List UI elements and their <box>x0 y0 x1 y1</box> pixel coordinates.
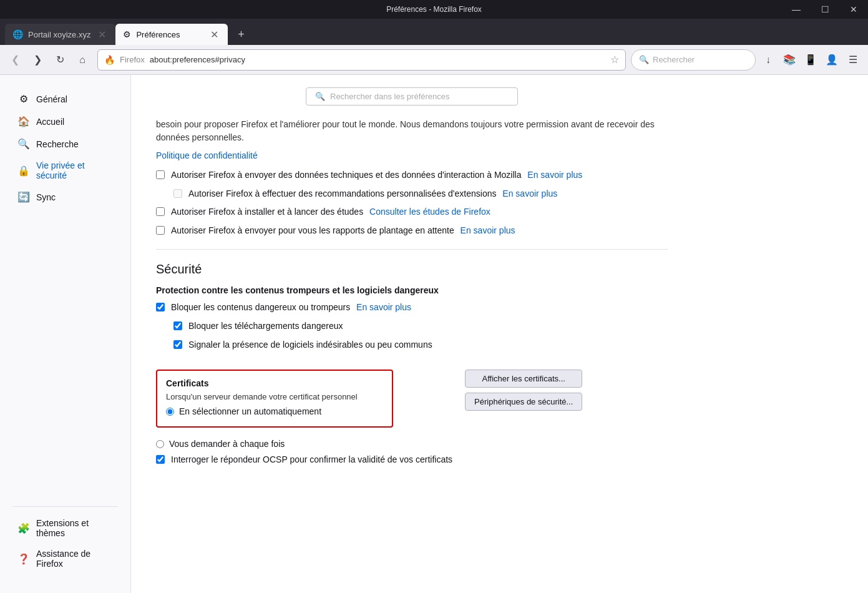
radio-auto-label: En sélectionner un automatiquement <box>179 406 321 416</box>
security-title: Sécurité <box>156 262 668 277</box>
sidebar-item-general[interactable]: ⚙ Général <box>5 88 125 110</box>
search-placeholder: Rechercher <box>653 55 695 64</box>
security-devices-button[interactable]: Périphériques de sécurité... <box>465 393 582 411</box>
minimize-button[interactable]: — <box>782 0 811 19</box>
radio-auto-select: En sélectionner un automatiquement <box>166 406 383 416</box>
checkbox-studies: Autoriser Firefox à installer et à lance… <box>156 206 668 218</box>
checkbox-crash-label: Autoriser Firefox à envoyer pour vous le… <box>171 225 515 237</box>
intro-text: besoin pour proposer Firefox et l'amélio… <box>156 118 668 144</box>
radio-ask-input[interactable] <box>156 440 164 448</box>
sidebar-divider <box>12 506 118 507</box>
bookmark-icon[interactable]: ☆ <box>610 54 619 66</box>
sidebar-item-accueil[interactable]: 🏠 Accueil <box>5 110 125 132</box>
checkbox-studies-label: Autoriser Firefox à installer et à lance… <box>171 206 490 218</box>
cert-with-buttons: Certificats Lorsqu'un serveur demande vo… <box>156 363 668 473</box>
forward-button[interactable]: ❯ <box>27 50 47 70</box>
checkbox-technical-input[interactable] <box>156 170 165 179</box>
address-url[interactable]: about:preferences#privacy <box>150 55 605 64</box>
checkbox-downloads-input[interactable] <box>173 321 182 330</box>
checkbox-recommendations-input[interactable] <box>173 189 182 198</box>
sidebar-label-vie-privee: Vie privée et sécurité <box>36 160 113 180</box>
sidebar-label-sync: Sync <box>36 192 56 202</box>
learn-link-studies[interactable]: Consulter les études de Firefox <box>369 207 490 217</box>
tab-active-label: Préférences <box>136 30 203 39</box>
certificates-box: Certificats Lorsqu'un serveur demande vo… <box>156 370 393 428</box>
page-content: ⚙ Général 🏠 Accueil 🔍 Recherche 🔒 Vie pr… <box>0 75 868 593</box>
sidebar-top: ⚙ Général 🏠 Accueil 🔍 Recherche 🔒 Vie pr… <box>0 87 130 500</box>
nav-right-buttons: ↓ 📚 📱 👤 ☰ <box>758 50 863 70</box>
checkbox-studies-input[interactable] <box>156 207 165 216</box>
checkbox-ocsp-label: Interroger le répondeur OCSP pour confir… <box>171 454 452 466</box>
window-controls: — ☐ ✕ <box>782 0 868 19</box>
show-certs-button[interactable]: Afficher les certificats... <box>465 370 582 388</box>
sidebar-bottom: 🧩 Extensions et thèmes ❓ Assistance de F… <box>0 500 130 581</box>
checkbox-ocsp-input[interactable] <box>156 455 165 464</box>
checkbox-recommendations: Autoriser Firefox à effectuer des recomm… <box>173 188 668 200</box>
nav-bar: ❮ ❯ ↻ ⌂ 🔥 Firefox about:preferences#priv… <box>0 45 868 75</box>
checkbox-unwanted-input[interactable] <box>173 340 182 349</box>
learn-link-dangerous[interactable]: En savoir plus <box>356 302 411 312</box>
gear-icon: ⚙ <box>17 93 30 105</box>
lock-icon: 🔒 <box>17 165 30 177</box>
cert-buttons: Afficher les certificats... Périphérique… <box>465 370 582 411</box>
synced-tabs-button[interactable]: 📱 <box>801 50 821 70</box>
extensions-icon: 🧩 <box>17 522 30 534</box>
address-prefix: Firefox <box>120 55 145 64</box>
home-icon: 🏠 <box>17 115 30 127</box>
window-title: Préférences - Mozilla Firefox <box>386 5 482 14</box>
main-content: 🔍 Rechercher dans les préférences besoin… <box>131 75 693 593</box>
checkbox-crash: Autoriser Firefox à envoyer pour vous le… <box>156 225 668 237</box>
home-button[interactable]: ⌂ <box>72 50 92 70</box>
title-bar: Préférences - Mozilla Firefox — ☐ ✕ <box>0 0 868 19</box>
search-nav-icon: 🔍 <box>17 138 30 150</box>
sidebar-wrapper: ⚙ Général 🏠 Accueil 🔍 Recherche 🔒 Vie pr… <box>0 87 130 581</box>
pref-search-icon: 🔍 <box>315 92 325 101</box>
checkbox-dangerous: Bloquer les contenus dangereux ou trompe… <box>156 301 668 314</box>
learn-link-recommendations[interactable]: En savoir plus <box>502 189 557 198</box>
search-bar[interactable]: 🔍 Rechercher <box>631 49 756 71</box>
help-icon: ❓ <box>17 553 30 565</box>
account-button[interactable]: 👤 <box>822 50 842 70</box>
tab-close-active[interactable]: ✕ <box>208 28 220 41</box>
checkbox-dangerous-label: Bloquer les contenus dangereux ou trompe… <box>171 301 411 314</box>
pref-search-bar: 🔍 Rechercher dans les préférences <box>156 87 668 105</box>
radio-auto-input[interactable] <box>166 408 174 416</box>
close-button[interactable]: ✕ <box>839 0 868 19</box>
sidebar-label-accueil: Accueil <box>36 117 64 127</box>
search-icon: 🔍 <box>639 55 649 64</box>
downloads-button[interactable]: ↓ <box>758 50 778 70</box>
maximize-button[interactable]: ☐ <box>811 0 839 19</box>
pref-search-placeholder: Rechercher dans les préférences <box>330 92 450 101</box>
sidebar-label-general: Général <box>36 94 67 104</box>
cert-description: Lorsqu'un serveur demande votre certific… <box>166 392 383 401</box>
tab-portail[interactable]: 🌐 Portail xoyize.xyz ✕ <box>5 24 115 45</box>
sidebar-item-vie-privee[interactable]: 🔒 Vie privée et sécurité <box>5 155 125 185</box>
sync-icon: 🔄 <box>17 191 30 203</box>
cert-title: Certificats <box>166 378 383 388</box>
checkbox-recommendations-label: Autoriser Firefox à effectuer des recomm… <box>188 188 557 200</box>
checkbox-dangerous-input[interactable] <box>156 303 165 311</box>
address-bar[interactable]: 🔥 Firefox about:preferences#privacy ☆ <box>97 49 626 71</box>
new-tab-button[interactable]: + <box>230 24 251 45</box>
tab-prefs-icon: ⚙ <box>123 29 131 39</box>
sidebar-item-sync[interactable]: 🔄 Sync <box>5 186 125 208</box>
sidebar-item-assistance[interactable]: ❓ Assistance de Firefox <box>5 544 125 574</box>
back-button[interactable]: ❮ <box>5 50 25 70</box>
bookmarks-button[interactable]: 📚 <box>779 50 799 70</box>
pref-search-input[interactable]: 🔍 Rechercher dans les préférences <box>306 87 518 105</box>
tab-close-inactive[interactable]: ✕ <box>95 28 108 41</box>
policy-link[interactable]: Politique de confidentialité <box>156 150 258 160</box>
sidebar-label-recherche: Recherche <box>36 139 79 149</box>
reload-button[interactable]: ↻ <box>50 50 70 70</box>
checkbox-unwanted: Signaler la présence de logiciels indési… <box>173 339 668 351</box>
sidebar-item-extensions[interactable]: 🧩 Extensions et thèmes <box>5 513 125 543</box>
sidebar: ⚙ Général 🏠 Accueil 🔍 Recherche 🔒 Vie pr… <box>0 75 131 593</box>
checkbox-ocsp: Interroger le répondeur OCSP pour confir… <box>156 454 452 466</box>
learn-link-crash[interactable]: En savoir plus <box>461 225 515 235</box>
checkbox-crash-input[interactable] <box>156 226 165 235</box>
learn-link-technical[interactable]: En savoir plus <box>527 170 582 180</box>
menu-button[interactable]: ☰ <box>843 50 863 70</box>
tab-preferences[interactable]: ⚙ Préférences ✕ <box>115 24 228 45</box>
sidebar-item-recherche[interactable]: 🔍 Recherche <box>5 133 125 155</box>
radio-ask-label: Vous demander à chaque fois <box>169 439 285 449</box>
